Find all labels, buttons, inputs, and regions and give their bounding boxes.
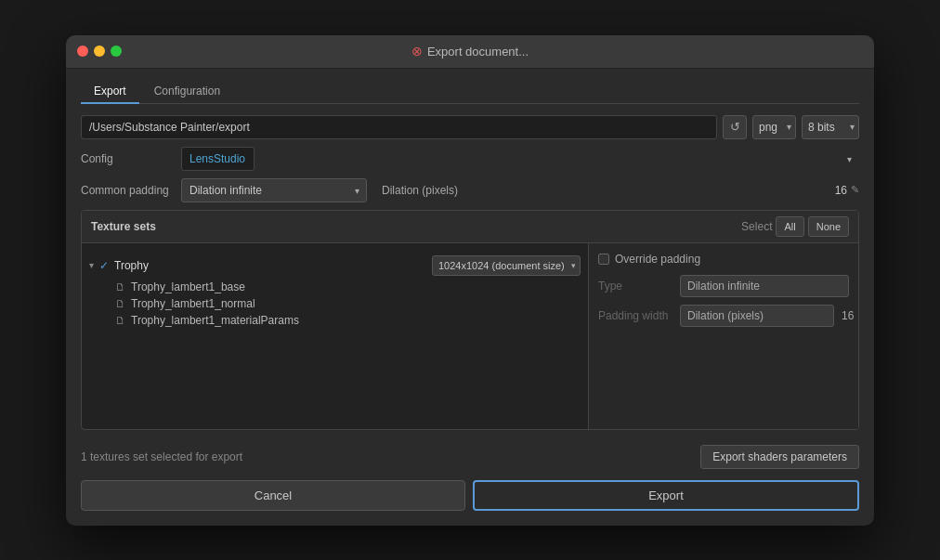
- dialog-content: Export Configuration ↺ png jpg tga exr 8…: [66, 69, 874, 526]
- texture-group-name: Trophy: [114, 259, 149, 272]
- select-all-button[interactable]: All: [776, 216, 803, 237]
- padding-type-label: Type: [598, 280, 672, 293]
- bitdepth-select-wrapper: 8 bits 16 bits 32 bits: [802, 115, 859, 139]
- status-text: 1 textures set selected for export: [81, 450, 242, 463]
- dilation-value-display: 16 ✎: [835, 184, 859, 197]
- chevron-icon: ▾: [89, 260, 94, 270]
- config-select[interactable]: LensStudio: [181, 147, 255, 171]
- tab-configuration[interactable]: Configuration: [141, 80, 233, 104]
- bitdepth-select[interactable]: 8 bits 16 bits 32 bits: [802, 115, 859, 139]
- config-label: Config: [81, 152, 174, 165]
- select-label: Select: [741, 220, 772, 233]
- padding-width-row: Padding width 16 ✎: [598, 305, 849, 327]
- check-icon: ✓: [99, 259, 109, 272]
- doc-icon-1: 🗋: [115, 298, 125, 309]
- traffic-lights: [77, 46, 122, 57]
- action-buttons: Cancel Export: [81, 480, 859, 511]
- texture-list: ▾ ✓ Trophy 1024x1024 (document size) 512…: [82, 243, 589, 429]
- texture-sets-panel: Texture sets Select All None ▾ ✓ Trophy: [81, 210, 859, 430]
- texture-item-name-0: Trophy_lambert1_base: [131, 280, 245, 293]
- select-none-button[interactable]: None: [808, 216, 849, 237]
- export-shaders-button[interactable]: Export shaders parameters: [700, 445, 859, 469]
- texture-item-1[interactable]: 🗋 Trophy_lambert1_normal: [89, 295, 581, 312]
- path-row: ↺ png jpg tga exr 8 bits 16 bits 32 bits: [81, 115, 859, 139]
- format-select[interactable]: png jpg tga exr: [752, 115, 796, 139]
- title-icon: ⊗: [411, 44, 423, 59]
- padding-width-num: 16: [842, 309, 854, 322]
- texture-size-wrapper: 1024x1024 (document size) 512x512 2048x2…: [432, 255, 581, 276]
- tab-export[interactable]: Export: [81, 80, 139, 104]
- texture-group-header[interactable]: ▾ ✓ Trophy 1024x1024 (document size) 512…: [89, 253, 581, 279]
- format-select-wrapper: png jpg tga exr: [752, 115, 796, 139]
- cancel-button[interactable]: Cancel: [81, 480, 465, 511]
- padding-width-field: [680, 305, 834, 327]
- texture-sets-title: Texture sets: [91, 220, 156, 233]
- override-checkbox[interactable]: [598, 254, 609, 265]
- padding-type-row: Type: [598, 275, 849, 297]
- override-label: Override padding: [615, 253, 700, 266]
- texture-item-2[interactable]: 🗋 Trophy_lambert1_materialParams: [89, 312, 581, 329]
- texture-group: ▾ ✓ Trophy 1024x1024 (document size) 512…: [82, 249, 588, 332]
- maximize-button[interactable]: [111, 46, 122, 57]
- export-dialog: ⊗ Export document... Export Configuratio…: [66, 35, 874, 526]
- dilation-edit-icon[interactable]: ✎: [851, 184, 859, 196]
- texture-item-name-1: Trophy_lambert1_normal: [131, 297, 255, 310]
- texture-item-name-2: Trophy_lambert1_materialParams: [131, 314, 299, 327]
- tab-bar: Export Configuration: [81, 80, 859, 104]
- config-row: Config LensStudio: [81, 147, 859, 171]
- minimize-button[interactable]: [94, 46, 105, 57]
- texture-sets-body: ▾ ✓ Trophy 1024x1024 (document size) 512…: [82, 243, 858, 429]
- path-input[interactable]: [81, 115, 717, 139]
- texture-sets-header: Texture sets Select All None: [82, 211, 858, 243]
- doc-icon-0: 🗋: [115, 281, 125, 293]
- dilation-type-select[interactable]: Dilation infinite Dilation None: [181, 178, 367, 202]
- dilation-type-wrapper: Dilation infinite Dilation None: [181, 178, 367, 202]
- select-controls: Select All None: [741, 216, 849, 237]
- common-padding-label: Common padding: [81, 184, 174, 197]
- footer-bar: 1 textures set selected for export Expor…: [81, 439, 859, 478]
- close-button[interactable]: [77, 46, 88, 57]
- titlebar: ⊗ Export document...: [66, 35, 874, 69]
- override-row: Override padding: [598, 253, 849, 266]
- config-select-wrapper: LensStudio: [181, 147, 859, 171]
- padding-panel: Override padding Type Padding width 16 ✎: [589, 243, 858, 429]
- export-button[interactable]: Export: [473, 480, 859, 511]
- padding-type-field: [680, 275, 849, 297]
- dilation-pixels-label: Dilation (pixels): [382, 184, 458, 197]
- common-padding-row: Common padding Dilation infinite Dilatio…: [81, 178, 859, 202]
- window-title: ⊗ Export document...: [411, 44, 529, 59]
- reset-path-button[interactable]: ↺: [723, 115, 747, 139]
- padding-width-label: Padding width: [598, 309, 672, 322]
- texture-item-0[interactable]: 🗋 Trophy_lambert1_base: [89, 279, 581, 295]
- texture-size-select[interactable]: 1024x1024 (document size) 512x512 2048x2…: [432, 255, 581, 276]
- doc-icon-2: 🗋: [115, 315, 125, 326]
- dilation-value-text: 16: [835, 184, 847, 197]
